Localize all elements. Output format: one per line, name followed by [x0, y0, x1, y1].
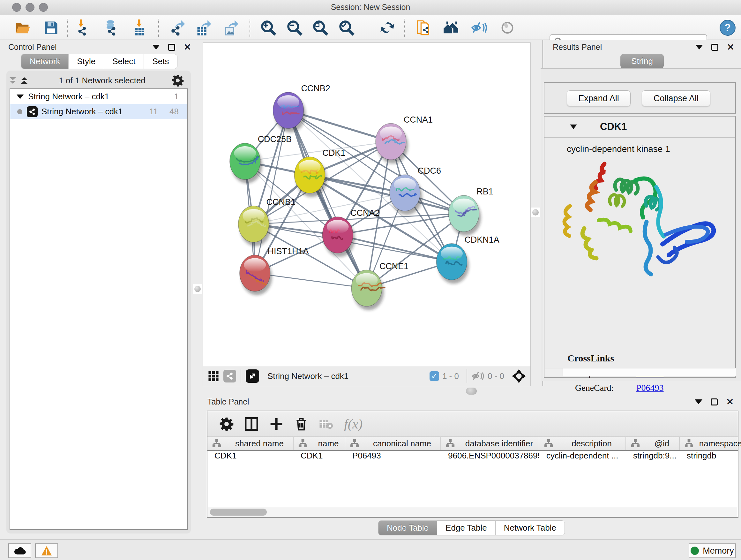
home-button[interactable] [443, 19, 460, 36]
string-network-graph[interactable]: CCNB2CCNA1CDC25BCDK1CDC6RB1CCNB1CCNA2CDK… [203, 43, 530, 366]
network-node[interactable]: CDK1 [294, 148, 345, 197]
tab-network[interactable]: Network [21, 54, 69, 69]
float-panel-icon[interactable] [711, 398, 718, 406]
network-collection-row[interactable]: String Network – cdk1 1 [10, 89, 187, 104]
save-session-button[interactable] [43, 19, 59, 36]
show-columns-icon[interactable] [245, 417, 259, 431]
node-details-header[interactable]: CDK1 [544, 117, 735, 138]
table-header-row: shared namenamecanonical namedatabase id… [207, 437, 738, 451]
cloud-button[interactable] [8, 543, 31, 558]
export-table-button[interactable] [195, 19, 212, 36]
collapse-all-button[interactable]: Collapse All [642, 90, 711, 106]
column-header-name[interactable]: name [293, 437, 345, 450]
clone-network-button[interactable] [415, 19, 432, 36]
float-panel-icon[interactable] [168, 44, 175, 51]
network-edge[interactable] [288, 111, 367, 288]
tab-string[interactable]: String [620, 54, 664, 68]
table-cell[interactable]: CDK1 [293, 451, 345, 464]
network-list-container: 1 of 1 Network selected String Network –… [6, 71, 191, 534]
network-row[interactable]: String Network – cdk1 11 48 [10, 104, 187, 119]
network-collection-label: String Network – cdk1 [28, 91, 174, 102]
network-row-label: String Network – cdk1 [42, 107, 149, 117]
import-table-button[interactable] [131, 19, 148, 36]
table-panel: Table Panel ✕ f(x) shared namenamecanoni… [198, 396, 741, 539]
table-horizontal-scrollbar[interactable] [208, 507, 737, 516]
tab-style[interactable]: Style [69, 54, 104, 69]
network-node[interactable]: HIST1H1A [240, 246, 309, 295]
network-node[interactable]: CDKN1A [436, 235, 499, 284]
minimize-panel-icon[interactable] [695, 399, 702, 404]
horizontal-splitter-handle[interactable] [466, 388, 477, 395]
table-cell[interactable]: cyclin-dependent ... [539, 451, 626, 464]
add-column-icon[interactable] [269, 417, 283, 431]
presentation-mode-button[interactable] [499, 19, 516, 36]
column-header-canonical-name[interactable]: canonical name [345, 437, 441, 450]
table-row[interactable]: CDK1CDK1P064939606.ENSP00000378699cyclin… [207, 451, 738, 464]
network-node[interactable]: CCNA1 [376, 115, 433, 164]
help-button[interactable]: ? [719, 19, 736, 36]
column-header-shared-name[interactable]: shared name [207, 437, 293, 450]
export-image-button[interactable] [222, 19, 239, 36]
column-header-database-identifier[interactable]: database identifier [441, 437, 539, 450]
collapse-entry-icon[interactable] [570, 125, 577, 129]
toolbar-separator [250, 19, 250, 37]
delete-column-icon[interactable] [294, 417, 308, 431]
zoom-fit-button[interactable] [312, 19, 329, 36]
zoom-in-button[interactable] [260, 19, 277, 36]
network-view-canvas[interactable]: CCNB2CCNA1CDC25BCDK1CDC6RB1CCNB1CCNA2CDK… [203, 43, 531, 366]
crosslink-link[interactable]: P06493 [636, 383, 664, 397]
column-header-description[interactable]: description [539, 437, 626, 450]
zoom-selected-button[interactable] [338, 19, 355, 36]
expand-all-icon[interactable] [21, 77, 27, 84]
table-options-gear-icon[interactable] [219, 417, 233, 431]
export-network-button[interactable] [169, 19, 186, 36]
tab-edge-table[interactable]: Edge Table [437, 520, 495, 536]
birds-eye-view-icon[interactable] [208, 371, 219, 381]
minimize-panel-icon[interactable] [695, 45, 703, 50]
selected-nodes-checkbox[interactable]: ✓ [429, 371, 439, 381]
pan-tool-icon[interactable] [512, 369, 526, 383]
tab-select[interactable]: Select [104, 54, 144, 69]
memory-button[interactable]: Memory [689, 543, 736, 558]
table-cell[interactable]: stringdb:9... [626, 451, 680, 464]
scrollbar-thumb[interactable] [210, 509, 267, 516]
open-session-button[interactable] [15, 19, 31, 36]
network-node[interactable]: CCNB2 [273, 84, 330, 132]
minimize-panel-icon[interactable] [152, 45, 160, 50]
tab-sets[interactable]: Sets [144, 54, 178, 69]
memory-status-dot [690, 547, 699, 555]
close-panel-icon[interactable]: ✕ [184, 44, 192, 51]
left-splitter-handle[interactable] [193, 284, 202, 294]
open-in-window-icon[interactable] [246, 369, 259, 383]
collapse-arrow-icon[interactable] [17, 95, 23, 99]
table-cell[interactable]: CDK1 [207, 451, 293, 464]
table-cell[interactable]: 9606.ENSP00000378699 [441, 451, 539, 464]
table-panel-title: Table Panel [207, 397, 249, 407]
close-panel-icon[interactable]: ✕ [727, 44, 735, 51]
network-node[interactable]: CCNE1 [351, 261, 408, 310]
collapse-all-icon[interactable] [10, 77, 16, 84]
network-node[interactable]: RB1 [448, 187, 493, 236]
refresh-button[interactable] [379, 19, 396, 36]
table-cell[interactable]: P06493 [345, 451, 441, 464]
float-panel-icon[interactable] [711, 44, 718, 51]
results-scrollbar[interactable] [545, 368, 736, 376]
close-panel-icon[interactable]: ✕ [726, 398, 734, 406]
network-node[interactable]: CCNB1 [239, 197, 295, 246]
table-cell[interactable]: stringdb [680, 451, 741, 464]
network-node[interactable]: CDC6 [390, 166, 441, 215]
hide-unhide-button[interactable] [471, 19, 488, 36]
import-network-database-button[interactable] [103, 19, 119, 36]
import-network-file-button[interactable] [75, 19, 91, 36]
network-options-gear-icon[interactable] [172, 74, 184, 86]
warnings-button[interactable] [35, 543, 58, 558]
column-header--id[interactable]: @id [626, 437, 680, 450]
tab-node-table[interactable]: Node Table [378, 520, 437, 536]
tab-network-table[interactable]: Network Table [495, 520, 565, 536]
network-node[interactable]: CDC25B [230, 134, 292, 183]
expand-all-button[interactable]: Expand All [567, 90, 630, 106]
column-header-namespace[interactable]: namespace [680, 437, 741, 450]
right-splitter-handle[interactable] [531, 207, 540, 217]
zoom-out-button[interactable] [286, 19, 303, 36]
hidden-items-icon [472, 371, 484, 381]
